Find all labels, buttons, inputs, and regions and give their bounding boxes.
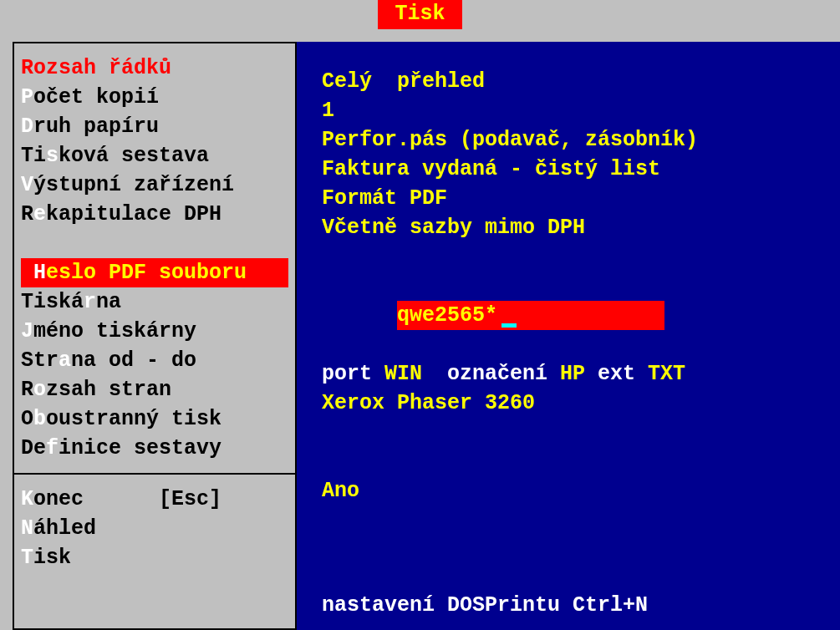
window-title: Tisk	[378, 0, 461, 29]
value-vystupni: Formát PDF	[322, 184, 832, 213]
menu-nahled[interactable]: Náhled	[21, 514, 288, 543]
value-rekapitulace: Včetně sazby mimo DPH	[322, 213, 832, 242]
value-blank2	[322, 418, 832, 447]
menu-blank	[21, 229, 288, 258]
value-blank	[322, 242, 832, 272]
value-oboustranny: Ano	[322, 476, 832, 506]
value-heslo-pdf-row: qwe2565*	[322, 272, 832, 359]
menu-rekapitulace-dph[interactable]: Rekapitulace DPH	[21, 200, 288, 229]
menu-definice-sestavy[interactable]: Definice sestavy	[21, 434, 288, 463]
value-rozsah-radku: Celý přehled	[322, 67, 832, 96]
menu-strana-od-do[interactable]: Strana od - do	[21, 346, 288, 375]
value-jmeno-tiskarny: Xerox Phaser 3260	[322, 389, 832, 418]
menu-druh-papiru[interactable]: Druh papíru	[21, 112, 288, 141]
menu-pocet-kopii[interactable]: Počet kopií	[21, 83, 288, 112]
menu-rozsah-radku[interactable]: Rozsah řádků	[21, 53, 288, 83]
footer-hint: nastavení DOSPrintu Ctrl+N	[322, 593, 648, 617]
value-pocet-kopii: 1	[322, 96, 832, 125]
menu-tiskarna[interactable]: Tiskárna	[21, 287, 288, 317]
pdf-password-input[interactable]: qwe2565*	[397, 301, 664, 330]
values-panel: Celý přehled 1 Perfor.pás (podavač, záso…	[297, 42, 840, 630]
menu-vystupni-zarizeni[interactable]: Výstupní zařízení	[21, 170, 288, 200]
text-cursor	[501, 323, 517, 328]
value-druh-papiru: Perfor.pás (podavač, zásobník)	[322, 125, 832, 155]
menu-heslo-pdf[interactable]: Heslo PDF souboru	[21, 258, 288, 287]
menu-rozsah-stran[interactable]: Rozsah stran	[21, 375, 288, 404]
menu-jmeno-tiskarny[interactable]: Jméno tiskárny	[21, 317, 288, 346]
value-tiskova-sestava: Faktura vydaná - čistý list	[322, 155, 832, 184]
menu-tiskova-sestava[interactable]: Tisková sestava	[21, 141, 288, 170]
menu-tisk[interactable]: Tisk	[21, 543, 288, 572]
value-port-line: port WIN označení HP ext TXT	[322, 359, 832, 389]
menu-panel: Rozsah řádků Počet kopií Druh papíru Tis…	[13, 42, 297, 630]
value-blank3	[322, 447, 832, 476]
menu-oboustranny-tisk[interactable]: Oboustranný tisk	[21, 404, 288, 434]
menu-konec[interactable]: Konec [Esc]	[21, 485, 288, 514]
